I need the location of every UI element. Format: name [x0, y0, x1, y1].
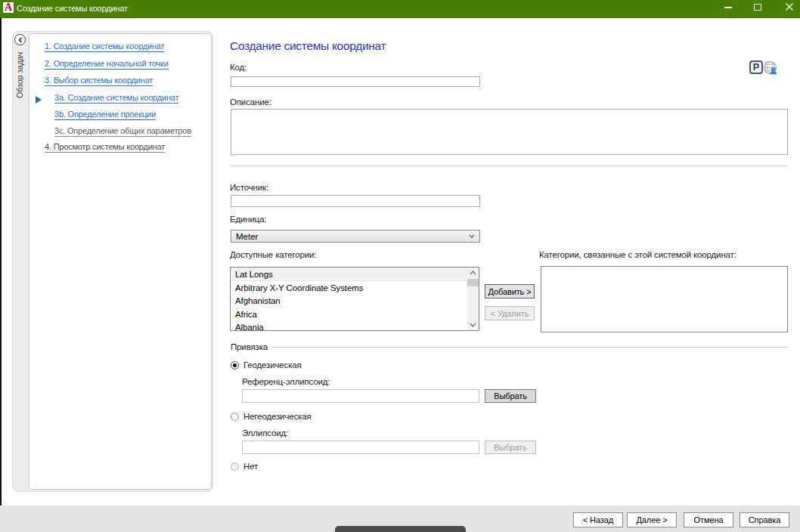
svg-text:P: P: [753, 62, 759, 73]
